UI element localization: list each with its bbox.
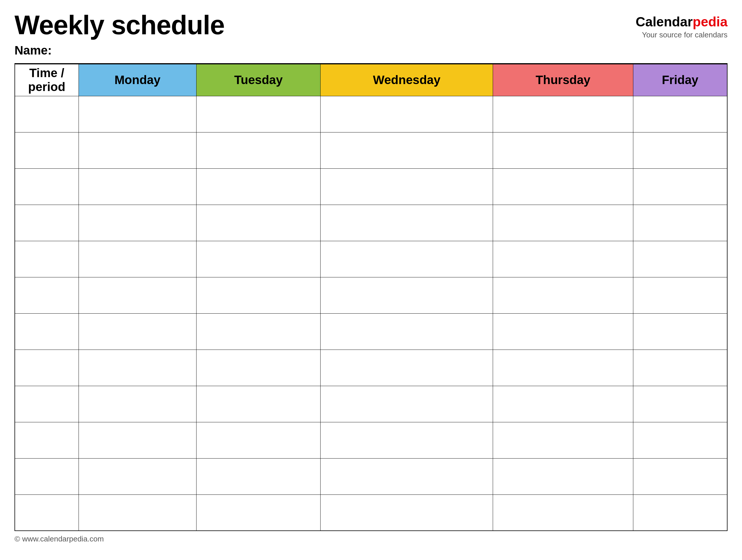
col-header-time: Time / period bbox=[15, 64, 78, 96]
schedule-cell[interactable] bbox=[196, 277, 320, 313]
schedule-body bbox=[15, 96, 727, 531]
schedule-cell[interactable] bbox=[633, 313, 727, 350]
schedule-cell[interactable] bbox=[196, 386, 320, 422]
schedule-cell[interactable] bbox=[633, 495, 727, 531]
schedule-cell[interactable] bbox=[196, 458, 320, 495]
schedule-table: Time / period Monday Tuesday Wednesday T… bbox=[14, 64, 728, 531]
schedule-cell[interactable] bbox=[78, 350, 196, 386]
time-cell[interactable] bbox=[15, 168, 78, 205]
schedule-cell[interactable] bbox=[78, 277, 196, 313]
table-row bbox=[15, 168, 727, 205]
schedule-cell[interactable] bbox=[633, 168, 727, 205]
logo-area: Calendarpedia Your source for calendars bbox=[636, 12, 728, 39]
schedule-cell[interactable] bbox=[78, 422, 196, 458]
schedule-cell[interactable] bbox=[633, 277, 727, 313]
schedule-cell[interactable] bbox=[633, 241, 727, 277]
schedule-cell[interactable] bbox=[196, 205, 320, 241]
schedule-cell[interactable] bbox=[493, 96, 633, 132]
schedule-cell[interactable] bbox=[196, 168, 320, 205]
schedule-cell[interactable] bbox=[493, 313, 633, 350]
time-cell[interactable] bbox=[15, 458, 78, 495]
table-row bbox=[15, 495, 727, 531]
time-cell[interactable] bbox=[15, 350, 78, 386]
col-header-monday: Monday bbox=[78, 64, 196, 96]
schedule-cell[interactable] bbox=[321, 96, 493, 132]
title-area: Weekly schedule Name: bbox=[14, 12, 225, 57]
logo-text: Calendarpedia bbox=[636, 14, 728, 29]
time-cell[interactable] bbox=[15, 205, 78, 241]
schedule-cell[interactable] bbox=[321, 277, 493, 313]
schedule-cell[interactable] bbox=[321, 495, 493, 531]
schedule-cell[interactable] bbox=[633, 458, 727, 495]
schedule-cell[interactable] bbox=[493, 386, 633, 422]
logo-pedia: pedia bbox=[693, 14, 728, 29]
schedule-cell[interactable] bbox=[196, 313, 320, 350]
time-cell[interactable] bbox=[15, 277, 78, 313]
schedule-cell[interactable] bbox=[493, 132, 633, 168]
schedule-cell[interactable] bbox=[321, 458, 493, 495]
schedule-cell[interactable] bbox=[493, 277, 633, 313]
schedule-cell[interactable] bbox=[633, 205, 727, 241]
schedule-cell[interactable] bbox=[633, 386, 727, 422]
logo-calendar: Calendar bbox=[636, 14, 693, 29]
name-label: Name: bbox=[14, 44, 225, 57]
schedule-cell[interactable] bbox=[321, 168, 493, 205]
time-cell[interactable] bbox=[15, 495, 78, 531]
table-row bbox=[15, 132, 727, 168]
schedule-cell[interactable] bbox=[78, 495, 196, 531]
schedule-cell[interactable] bbox=[78, 458, 196, 495]
col-header-thursday: Thursday bbox=[493, 64, 633, 96]
table-row bbox=[15, 241, 727, 277]
schedule-cell[interactable] bbox=[196, 422, 320, 458]
schedule-cell[interactable] bbox=[78, 96, 196, 132]
time-cell[interactable] bbox=[15, 422, 78, 458]
schedule-cell[interactable] bbox=[78, 386, 196, 422]
schedule-cell[interactable] bbox=[321, 132, 493, 168]
table-row bbox=[15, 350, 727, 386]
schedule-cell[interactable] bbox=[78, 205, 196, 241]
schedule-cell[interactable] bbox=[493, 205, 633, 241]
table-row bbox=[15, 277, 727, 313]
schedule-cell[interactable] bbox=[493, 350, 633, 386]
schedule-cell[interactable] bbox=[493, 458, 633, 495]
schedule-cell[interactable] bbox=[633, 350, 727, 386]
schedule-cell[interactable] bbox=[196, 132, 320, 168]
schedule-cell[interactable] bbox=[493, 241, 633, 277]
schedule-cell[interactable] bbox=[321, 350, 493, 386]
schedule-cell[interactable] bbox=[321, 422, 493, 458]
schedule-cell[interactable] bbox=[78, 168, 196, 205]
schedule-cell[interactable] bbox=[196, 96, 320, 132]
schedule-cell[interactable] bbox=[633, 422, 727, 458]
table-row bbox=[15, 96, 727, 132]
schedule-cell[interactable] bbox=[78, 132, 196, 168]
schedule-cell[interactable] bbox=[196, 241, 320, 277]
schedule-cell[interactable] bbox=[321, 386, 493, 422]
col-header-wednesday: Wednesday bbox=[321, 64, 493, 96]
table-header-row: Time / period Monday Tuesday Wednesday T… bbox=[15, 64, 727, 96]
schedule-cell[interactable] bbox=[633, 96, 727, 132]
schedule-cell[interactable] bbox=[493, 495, 633, 531]
time-cell[interactable] bbox=[15, 96, 78, 132]
schedule-cell[interactable] bbox=[196, 350, 320, 386]
col-header-friday: Friday bbox=[633, 64, 727, 96]
schedule-cell[interactable] bbox=[78, 241, 196, 277]
schedule-cell[interactable] bbox=[321, 205, 493, 241]
time-cell[interactable] bbox=[15, 132, 78, 168]
schedule-cell[interactable] bbox=[321, 241, 493, 277]
schedule-cell[interactable] bbox=[633, 132, 727, 168]
time-cell[interactable] bbox=[15, 313, 78, 350]
table-row bbox=[15, 458, 727, 495]
logo-tagline: Your source for calendars bbox=[642, 31, 728, 39]
schedule-cell[interactable] bbox=[321, 313, 493, 350]
table-row bbox=[15, 313, 727, 350]
table-row bbox=[15, 422, 727, 458]
table-row bbox=[15, 205, 727, 241]
schedule-cell[interactable] bbox=[493, 168, 633, 205]
time-cell[interactable] bbox=[15, 241, 78, 277]
page-title: Weekly schedule bbox=[14, 12, 225, 38]
schedule-cell[interactable] bbox=[196, 495, 320, 531]
schedule-cell[interactable] bbox=[78, 313, 196, 350]
page-header: Weekly schedule Name: Calendarpedia Your… bbox=[14, 12, 728, 57]
schedule-cell[interactable] bbox=[493, 422, 633, 458]
time-cell[interactable] bbox=[15, 386, 78, 422]
